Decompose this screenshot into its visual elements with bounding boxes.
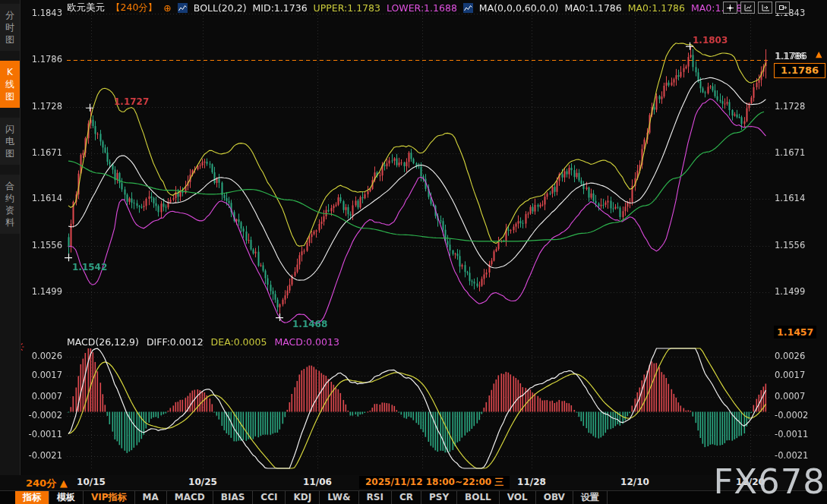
toolbar-rsi[interactable]: RSI: [359, 491, 392, 504]
toolbar-template[interactable]: 模板: [49, 491, 84, 504]
period-tag: 【240分】: [111, 2, 157, 14]
current-price-box: 1.1786: [774, 63, 825, 78]
symbol-name: 欧元美元: [67, 2, 105, 14]
toolbar-settings[interactable]: 设置: [573, 491, 608, 504]
toolbar-indicator[interactable]: 指标: [15, 491, 49, 504]
ma-value-2: MA0:1.1786: [628, 2, 685, 14]
tab-time-chart[interactable]: 分时图: [0, 4, 20, 51]
pan-right-icon[interactable]: [775, 2, 790, 14]
price-axis-label-left: 1.1556: [23, 240, 62, 250]
date-label: 10/15: [65, 477, 118, 487]
macd-axis-label-left: 0.0007: [23, 391, 62, 402]
price-axis-label-left: 1.1728: [23, 101, 62, 112]
toolbar-cr[interactable]: CR: [392, 491, 421, 504]
boll-label: BOLL(20,2): [194, 2, 247, 14]
toolbar-bias[interactable]: BIAS: [213, 491, 254, 504]
boll-lower-value: LOWER:1.1688: [387, 2, 457, 14]
price-axis-label-left: 1.1614: [23, 193, 62, 203]
chart-tool-buttons: [723, 2, 790, 14]
price-axis-label-right: 1.1556: [775, 240, 805, 250]
session-low-tag: 1.1457: [774, 326, 816, 339]
app-window: 分时图K线图闪电图合约资料 欧元美元【240分】⊕BOLL(20,2)MID:1…: [0, 0, 827, 504]
left-sidebar: 分时图K线图闪电图合约资料: [0, 0, 21, 475]
price-axis-label-left: 1.1671: [23, 147, 62, 158]
toolbar-vip-indicator[interactable]: VIP指标: [84, 491, 135, 504]
price-axis-label-right: 1.1671: [775, 147, 805, 158]
cursor-date-box: 2025/11/12 18:00~22:00 三: [359, 476, 510, 489]
tab-lightning-chart[interactable]: 闪电图: [0, 118, 20, 165]
toolbar-psy[interactable]: PSY: [421, 491, 457, 504]
toolbar-ma[interactable]: MA: [135, 491, 167, 504]
tab-contract-info[interactable]: 合约资料: [0, 175, 20, 234]
ma-label: MA(0,0,0,60,0,0): [479, 2, 559, 14]
price-axis-label-left: 1.1786: [23, 54, 62, 65]
ma-value-1: MA0:1.1786: [565, 2, 622, 14]
price-axis-label-left: 1.1843: [23, 8, 62, 18]
macd-axis-label-left: 0.0017: [23, 370, 62, 380]
crosshair-tool-icon[interactable]: [723, 2, 737, 14]
macd-axis-label-left: -0.0002: [23, 410, 62, 421]
price-extreme-annotation: 1.1542: [72, 262, 107, 272]
toolbar-kdj[interactable]: KDJ: [286, 491, 320, 504]
restore-scale-icon[interactable]: [740, 2, 755, 14]
macd-axis-label-right: -0.0011: [775, 429, 808, 439]
date-label: 10/25: [176, 477, 229, 487]
toolbar-lw[interactable]: LW&: [320, 491, 358, 504]
price-axis-label-right: 1.1499: [775, 286, 805, 297]
ma-indicator-icon: [463, 3, 473, 13]
price-axis-label-right: 1.1728: [775, 101, 805, 112]
macd-axis-label-right: -0.0002: [775, 410, 808, 421]
x-axis-row: 240分 ▲ 2025/11/12 18:00~22:00 三 10/1510/…: [0, 475, 827, 490]
add-indicator-icon[interactable]: ⊕: [163, 2, 171, 14]
tab-candle-chart[interactable]: K线图: [0, 61, 20, 108]
date-label: 12/10: [608, 477, 661, 487]
price-extreme-annotation: 1.1468: [292, 319, 327, 329]
period-selector[interactable]: 240分 ▲: [26, 477, 68, 490]
boll-upper-value: UPPER:1.1783: [314, 2, 380, 14]
macd-macd-value: MACD:0.0013: [274, 336, 339, 348]
boll-mid-value: MID:1.1736: [253, 2, 308, 14]
macd-axis-label-right: 0.0026: [775, 351, 805, 361]
chart-header: 欧元美元【240分】⊕BOLL(20,2)MID:1.1736UPPER:1.1…: [67, 2, 748, 14]
macd-axis-label-right: 0.0017: [775, 370, 805, 380]
right-axis-current-label: 1.1786: [775, 51, 807, 61]
macd-params-label: MACD(26,12,9): [67, 336, 139, 348]
macd-axis-label-left: -0.0021: [23, 450, 62, 461]
macd-header: MACD(26,12,9) DIFF:0.0012 DEA:0.0005 MAC…: [67, 336, 339, 348]
macd-axis-label-left: -0.0011: [23, 429, 62, 439]
date-label: 11/06: [291, 477, 344, 487]
toolbar-cci[interactable]: CCI: [253, 491, 286, 504]
price-chart-canvas[interactable]: [0, 0, 827, 504]
price-extreme-annotation: 1.1727: [114, 96, 149, 107]
indicator-toolbar: 指标模板VIP指标MAMACDBIASCCIKDJLW&RSICRPSYBOLL…: [0, 490, 827, 504]
toolbar-vol[interactable]: VOL: [500, 491, 536, 504]
shift-forward-icon[interactable]: [758, 2, 772, 14]
toolbar-obv[interactable]: OBV: [536, 491, 573, 504]
macd-dea-value: DEA:0.0005: [211, 336, 267, 348]
price-extreme-annotation: 1.1803: [693, 35, 728, 46]
price-axis-label-left: 1.1499: [23, 286, 62, 297]
date-label: 11/28: [505, 477, 558, 487]
price-axis-label-right: 1.1614: [775, 193, 805, 203]
macd-axis-label-right: 0.0007: [775, 391, 805, 402]
toolbar-boll[interactable]: BOLL: [457, 491, 500, 504]
macd-diff-value: DIFF:0.0012: [147, 336, 204, 348]
price-up-arrow-icon: ▲: [816, 49, 822, 59]
macd-axis-label-right: -0.0021: [775, 450, 808, 461]
toolbar-macd[interactable]: MACD: [167, 491, 213, 504]
watermark: FX678: [713, 461, 825, 502]
boll-indicator-icon: [178, 3, 188, 13]
macd-axis-label-left: 0.0026: [23, 351, 62, 361]
